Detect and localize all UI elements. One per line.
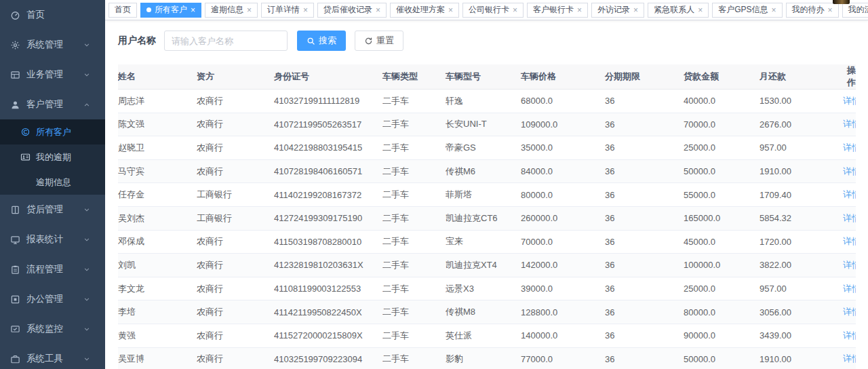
detail-link[interactable]: 详情: [843, 236, 856, 246]
table-row: 周志洋农商行410327199111112819二手车轩逸68000.03640…: [118, 90, 856, 113]
reset-button[interactable]: 重置: [355, 31, 403, 51]
tab-home[interactable]: 首页: [108, 3, 137, 18]
idcard-icon: [20, 152, 31, 162]
tab-emergency-contacts[interactable]: 紧急联系人×: [648, 3, 709, 18]
sidebar-item-my-overdue[interactable]: 我的逾期: [0, 144, 105, 170]
blank-icon: [20, 177, 31, 187]
detail-link[interactable]: 详情: [843, 189, 856, 199]
column-header: 贷款金额: [684, 64, 760, 90]
close-icon[interactable]: ×: [303, 6, 308, 14]
cell-action: 详情: [843, 90, 856, 113]
cell-id_no: 41152720000215809X: [274, 324, 382, 347]
cell-id_no: 41232819810203631X: [274, 254, 382, 277]
tab-visit-records[interactable]: 外访记录×: [591, 3, 644, 18]
sidebar-item-report-stats[interactable]: 报表统计: [0, 225, 105, 254]
flow-icon: [9, 264, 20, 275]
detail-link[interactable]: 详情: [843, 330, 856, 341]
sidebar-item-home[interactable]: 首页: [0, 0, 105, 30]
cell-vehicle_price: 39000.0: [521, 277, 605, 300]
close-icon[interactable]: ×: [633, 6, 638, 14]
close-icon[interactable]: ×: [191, 6, 195, 14]
cell-funder: 农商行: [197, 113, 274, 136]
tab-all-customers[interactable]: 所有客户×: [140, 3, 201, 18]
book-icon: [9, 204, 20, 215]
cell-funder: 农商行: [197, 159, 274, 183]
sidebar-item-system-mgmt[interactable]: 系统管理: [0, 30, 105, 60]
detail-link[interactable]: 详情: [843, 353, 856, 364]
cell-funder: 农商行: [197, 230, 274, 254]
cell-term: 36: [605, 230, 684, 254]
sidebar-item-all-customers[interactable]: 所有客户: [0, 119, 105, 144]
cell-vehicle_type: 二手车: [382, 324, 446, 347]
cell-vehicle_model: 英仕派: [446, 324, 521, 347]
detail-link[interactable]: 详情: [843, 119, 856, 129]
table-row: 赵晓卫农商行410422198803195415二手车帝豪GS35000.036…: [118, 136, 856, 160]
search-bar: 用户名称 搜索 重置: [105, 20, 868, 58]
cell-monthly_payment: 5854.32: [760, 206, 843, 230]
detail-link[interactable]: 详情: [843, 284, 856, 294]
tab-company-bankcard[interactable]: 公司银行卡×: [462, 3, 524, 18]
detail-link[interactable]: 详情: [843, 307, 856, 317]
cell-monthly_payment: 1910.00: [760, 347, 843, 369]
sidebar-item-business-mgmt[interactable]: 业务管理: [0, 60, 105, 90]
cell-vehicle_price: 80000.0: [521, 183, 605, 207]
cell-id_no: 412724199309175190: [274, 206, 382, 230]
close-icon[interactable]: ×: [376, 6, 380, 14]
search-button[interactable]: 搜索: [297, 31, 346, 51]
cell-name: 马守宾: [118, 159, 197, 183]
tab-my-todo[interactable]: 我的待办×: [786, 3, 839, 18]
detail-link[interactable]: 详情: [843, 213, 856, 223]
sidebar-item-process-mgmt[interactable]: 流程管理: [0, 254, 105, 284]
cell-action: 详情: [843, 277, 856, 300]
close-icon[interactable]: ×: [577, 6, 582, 14]
tab-postloan-collection-records[interactable]: 贷后催收记录×: [317, 3, 387, 18]
tab-overdue-info[interactable]: 逾期信息×: [205, 3, 258, 18]
chevron-down-icon: [83, 325, 91, 333]
tab-label: 催收处理方案: [396, 4, 445, 16]
cell-name: 吴亚博: [118, 347, 197, 369]
cell-action: 详情: [843, 159, 856, 183]
tab-customer-bankcard[interactable]: 客户银行卡×: [527, 3, 588, 18]
sidebar-item-overdue-info[interactable]: 逾期信息: [0, 170, 105, 195]
column-header: 车辆型号: [446, 64, 521, 90]
tab-label: 逾期信息: [211, 4, 243, 16]
detail-link[interactable]: 详情: [843, 260, 856, 270]
tab-label: 贷后催收记录: [323, 4, 372, 16]
tab-label: 客户GPS信息: [718, 4, 768, 16]
cell-loan_amount: 55000.0: [684, 183, 760, 207]
detail-link[interactable]: 详情: [843, 142, 856, 153]
cell-loan_amount: 40000.0: [684, 90, 760, 113]
sidebar-item-system-tools[interactable]: 系统工具: [0, 344, 105, 369]
table-row: 吴亚博农商行410325199709223094二手车影豹77000.03650…: [118, 347, 856, 369]
cell-vehicle_type: 二手车: [382, 136, 446, 160]
tab-my-process[interactable]: 我的流程×: [842, 3, 868, 18]
sidebar-item-customer-mgmt[interactable]: 客户管理: [0, 90, 105, 119]
sidebar-item-office-mgmt[interactable]: 办公管理: [0, 284, 105, 314]
detail-link[interactable]: 详情: [843, 166, 856, 176]
tab-collection-plan[interactable]: 催收处理方案×: [390, 3, 459, 18]
cell-monthly_payment: 1709.40: [760, 183, 843, 207]
close-icon[interactable]: ×: [771, 6, 776, 14]
cell-name: 邓保成: [118, 230, 197, 254]
close-icon[interactable]: ×: [513, 6, 517, 14]
close-icon[interactable]: ×: [828, 6, 833, 14]
column-header: 月还款: [760, 64, 843, 90]
cell-vehicle_model: 传祺M6: [446, 159, 521, 183]
cell-vehicle_price: 142000.0: [521, 254, 605, 277]
sidebar-item-postloan-mgmt[interactable]: 贷后管理: [0, 195, 105, 225]
column-header: 身份证号: [274, 64, 382, 90]
customer-name-input[interactable]: [164, 31, 288, 51]
close-icon[interactable]: ×: [448, 6, 453, 14]
detail-link[interactable]: 详情: [843, 96, 856, 106]
cell-name: 周志洋: [118, 90, 197, 113]
avatar-clipped[interactable]: [833, 0, 850, 4]
close-icon[interactable]: ×: [698, 6, 703, 14]
active-tab-dot: [146, 7, 151, 12]
sidebar-item-system-monitor[interactable]: 系统监控: [0, 314, 105, 344]
chevron-down-icon: [83, 265, 91, 273]
tab-customer-gps[interactable]: 客户GPS信息×: [712, 3, 782, 18]
close-icon[interactable]: ×: [247, 6, 252, 14]
cell-vehicle_model: 凯迪拉克CT6: [446, 206, 521, 230]
cell-term: 36: [605, 277, 684, 300]
tab-order-detail[interactable]: 订单详情×: [261, 3, 314, 18]
